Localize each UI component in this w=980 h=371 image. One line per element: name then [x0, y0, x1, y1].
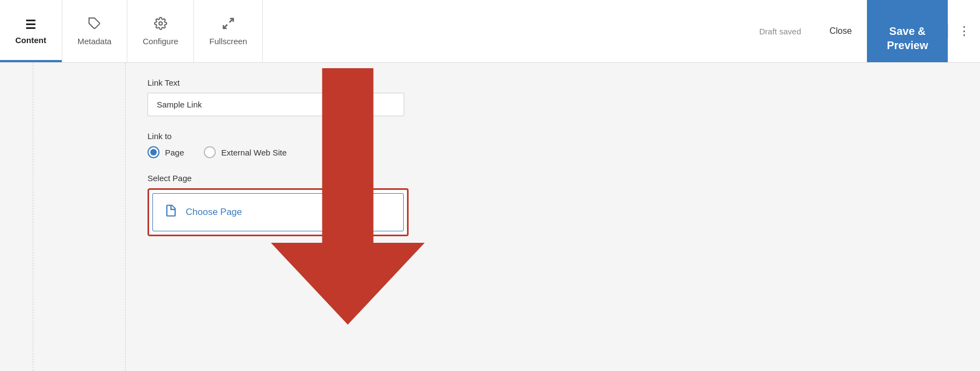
more-icon: ⋮ [958, 24, 970, 38]
link-to-label: Link to [147, 131, 958, 141]
main-content: Link Text Link to Page External Web Site… [0, 63, 980, 371]
configure-icon [154, 17, 167, 33]
draft-saved-text: Draft saved [746, 27, 814, 36]
svg-rect-5 [169, 213, 173, 214]
link-text-label: Link Text [147, 78, 958, 87]
tab-fullscreen-label: Fullscreen [209, 37, 247, 46]
radio-page[interactable]: Page [147, 146, 184, 158]
toolbar-right: Draft saved Close Save &Preview ⋮ [746, 0, 980, 62]
choose-page-wrapper: Choose Page [147, 188, 409, 236]
link-text-input[interactable] [147, 93, 404, 116]
choose-page-icon [164, 204, 178, 221]
content-icon: ☰ [25, 18, 36, 32]
choose-page-button[interactable]: Choose Page [152, 193, 404, 231]
radio-external-label: External Web Site [221, 148, 287, 157]
fullscreen-icon [222, 17, 235, 33]
radio-group: Page External Web Site [147, 146, 958, 158]
metadata-icon [88, 17, 101, 33]
tab-content[interactable]: ☰ Content [0, 0, 62, 62]
tab-metadata[interactable]: Metadata [62, 0, 128, 62]
select-page-label: Select Page [147, 173, 958, 183]
radio-external-circle[interactable] [204, 146, 216, 158]
radio-page-label: Page [165, 148, 184, 157]
svg-point-1 [159, 22, 162, 25]
tab-configure[interactable]: Configure [127, 0, 194, 62]
choose-page-label: Choose Page [186, 207, 242, 218]
svg-rect-4 [169, 211, 174, 212]
more-options-button[interactable]: ⋮ [948, 24, 980, 38]
toolbar: ☰ Content Metadata Configure [0, 0, 980, 63]
tab-metadata-label: Metadata [78, 37, 112, 46]
radio-external[interactable]: External Web Site [204, 146, 287, 158]
select-page-section: Select Page Choose Page [147, 173, 958, 236]
save-preview-button[interactable]: Save &Preview [867, 0, 948, 62]
link-to-group: Link to Page External Web Site [147, 131, 958, 158]
tab-configure-label: Configure [143, 37, 178, 46]
radio-page-circle[interactable] [147, 146, 160, 158]
tab-fullscreen[interactable]: Fullscreen [194, 0, 263, 62]
link-text-group: Link Text [147, 78, 958, 116]
close-button[interactable]: Close [814, 26, 867, 36]
save-preview-label: Save &Preview [887, 25, 928, 51]
form-area: Link Text Link to Page External Web Site… [126, 63, 980, 371]
tab-content-label: Content [15, 35, 46, 45]
left-sidebar [0, 63, 126, 371]
toolbar-spacer [263, 0, 746, 62]
